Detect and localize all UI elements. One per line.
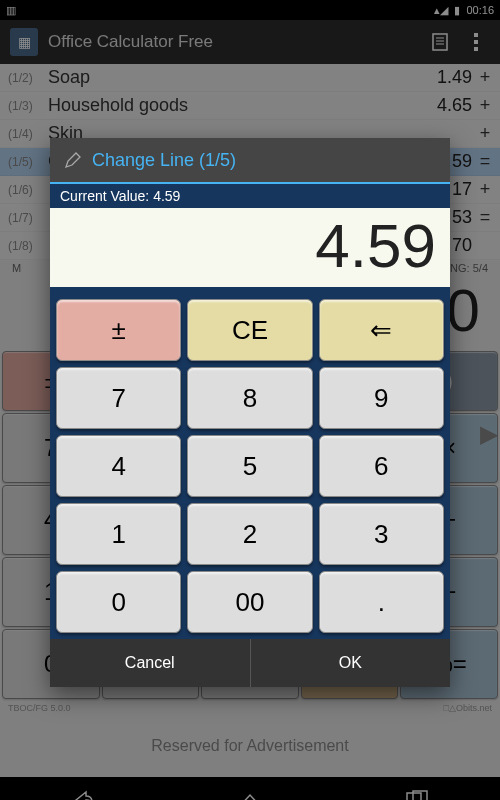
- dialog-header: Change Line (1/5): [50, 138, 450, 184]
- current-value-bar: Current Value: 4.59: [50, 184, 450, 208]
- key-1[interactable]: 1: [56, 503, 181, 565]
- key-7[interactable]: 7: [56, 367, 181, 429]
- key-4[interactable]: 4: [56, 435, 181, 497]
- key-5[interactable]: 5: [187, 435, 312, 497]
- key-9[interactable]: 9: [319, 367, 444, 429]
- dialog-display: 4.59: [50, 208, 450, 293]
- change-line-dialog: Change Line (1/5) Current Value: 4.59 4.…: [50, 138, 450, 687]
- key-0[interactable]: 0: [56, 571, 181, 633]
- key-clear-entry[interactable]: CE: [187, 299, 312, 361]
- pencil-icon: [64, 151, 82, 169]
- key-8[interactable]: 8: [187, 367, 312, 429]
- key-backspace[interactable]: ⇐: [319, 299, 444, 361]
- dialog-title: Change Line (1/5): [92, 150, 236, 171]
- key-3[interactable]: 3: [319, 503, 444, 565]
- ok-button[interactable]: OK: [251, 639, 451, 687]
- dialog-actions: Cancel OK: [50, 639, 450, 687]
- dialog-keypad: ± CE ⇐ 7 8 9 4 5 6 1 2 3 0 00 .: [50, 293, 450, 639]
- key-00[interactable]: 00: [187, 571, 312, 633]
- key-dot[interactable]: .: [319, 571, 444, 633]
- key-6[interactable]: 6: [319, 435, 444, 497]
- cancel-button[interactable]: Cancel: [50, 639, 251, 687]
- key-plusminus[interactable]: ±: [56, 299, 181, 361]
- key-2[interactable]: 2: [187, 503, 312, 565]
